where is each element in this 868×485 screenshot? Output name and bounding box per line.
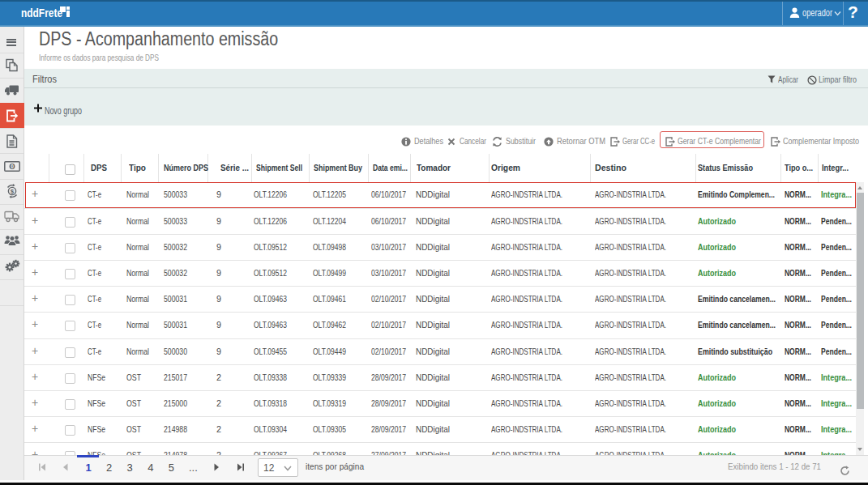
svg-text:0: 0 <box>11 164 14 169</box>
svg-text:$: $ <box>10 188 14 195</box>
